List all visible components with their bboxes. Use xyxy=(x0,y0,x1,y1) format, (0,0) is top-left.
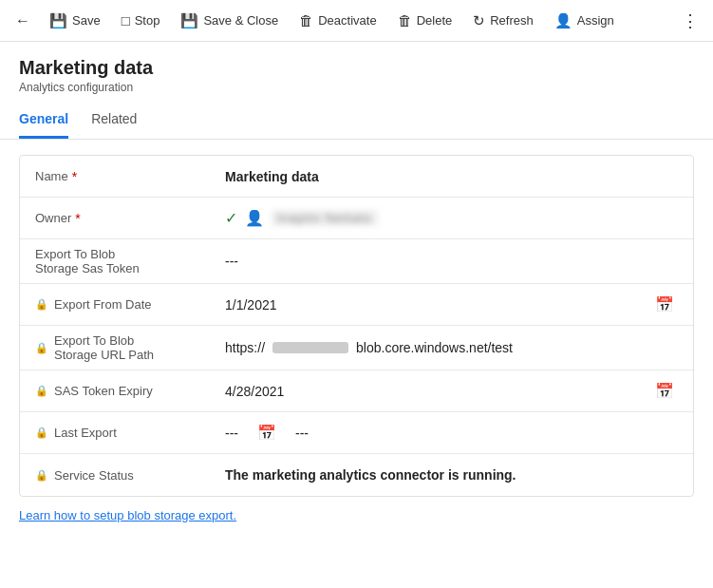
field-name-row: Name * Marketing data xyxy=(20,156,693,198)
save-button[interactable]: 💾 Save xyxy=(40,7,110,35)
stop-icon: □ xyxy=(122,12,130,28)
form-section: Name * Marketing data Owner * ✓ 👤 Inapti… xyxy=(19,155,694,497)
field-owner-label: Owner * xyxy=(35,211,225,226)
stop-button[interactable]: □ Stop xyxy=(112,7,170,34)
last-export-value2: --- xyxy=(295,426,309,441)
owner-person-icon: 👤 xyxy=(245,209,264,227)
lock-icon-service-status: 🔒 xyxy=(35,469,48,482)
field-sas-expiry-value: 4/28/2021 xyxy=(225,384,651,399)
field-export-from-date-label: 🔒 Export From Date xyxy=(35,297,225,312)
field-export-url-value: https://blob.core.windows.net/test xyxy=(225,340,678,355)
save-close-icon: 💾 xyxy=(180,12,198,29)
tab-related[interactable]: Related xyxy=(91,105,137,139)
refresh-button[interactable]: ↻ Refresh xyxy=(463,7,543,35)
field-sas-token-row: Export To BlobStorage Sas Token --- xyxy=(20,239,693,284)
assign-button[interactable]: 👤 Assign xyxy=(545,7,624,35)
owner-name-blurred: Inaptin Nettato xyxy=(272,210,378,226)
save-close-button[interactable]: 💾 Save & Close xyxy=(171,7,288,35)
field-export-url-row: 🔒 Export To BlobStorage URL Path https:/… xyxy=(20,326,693,370)
field-service-status-label: 🔒 Service Status xyxy=(35,468,225,483)
delete-button[interactable]: 🗑 Delete xyxy=(388,7,462,34)
field-sas-token-label: Export To BlobStorage Sas Token xyxy=(35,247,225,275)
deactivate-button[interactable]: 🗑 Deactivate xyxy=(290,7,385,34)
page-subtitle: Analytics configuration xyxy=(19,81,694,94)
field-export-from-date-row: 🔒 Export From Date 1/1/2021 📅 xyxy=(20,284,693,326)
field-export-url-label: 🔒 Export To BlobStorage URL Path xyxy=(35,333,225,362)
refresh-icon: ↻ xyxy=(473,12,485,29)
calendar-icon-sas-expiry[interactable]: 📅 xyxy=(651,380,678,402)
field-sas-token-value: --- xyxy=(225,254,678,269)
footer-link-container: Learn how to setup blob storage export. xyxy=(19,497,694,538)
field-last-export-row: 🔒 Last Export --- 📅 --- xyxy=(20,412,693,454)
tabs: General Related xyxy=(0,94,713,140)
lock-icon-export-from: 🔒 xyxy=(35,298,48,311)
lock-icon-sas-expiry: 🔒 xyxy=(35,385,48,397)
lock-icon-export-url: 🔒 xyxy=(35,342,48,354)
owner-check-icon: ✓ xyxy=(225,209,237,227)
deactivate-icon: 🗑 xyxy=(299,12,313,28)
field-export-from-date-value: 1/1/2021 xyxy=(225,297,651,313)
required-star-owner: * xyxy=(75,211,80,226)
field-service-status-row: 🔒 Service Status The marketing analytics… xyxy=(20,454,693,496)
save-icon: 💾 xyxy=(49,12,67,29)
tab-general[interactable]: General xyxy=(19,105,68,139)
field-sas-expiry-row: 🔒 SAS Token Expiry 4/28/2021 📅 xyxy=(20,370,693,412)
field-name-label: Name * xyxy=(35,169,225,184)
page-header: Marketing data Analytics configuration xyxy=(0,42,713,94)
field-owner-row: Owner * ✓ 👤 Inaptin Nettato xyxy=(20,198,693,239)
assign-icon: 👤 xyxy=(554,12,572,29)
lock-icon-last-export: 🔒 xyxy=(35,427,48,439)
last-export-value1: --- xyxy=(225,426,238,441)
field-last-export-label: 🔒 Last Export xyxy=(35,426,225,440)
form-content: Name * Marketing data Owner * ✓ 👤 Inapti… xyxy=(0,140,713,564)
calendar-icon-last-export[interactable]: 📅 xyxy=(253,422,280,444)
page-title: Marketing data xyxy=(19,57,694,79)
required-star-name: * xyxy=(72,169,77,184)
field-last-export-value: --- 📅 --- xyxy=(225,422,678,444)
delete-icon: 🗑 xyxy=(398,12,412,28)
toolbar: ← 💾 Save □ Stop 💾 Save & Close 🗑 Deactiv… xyxy=(0,0,713,42)
field-sas-expiry-label: 🔒 SAS Token Expiry xyxy=(35,384,225,398)
back-button[interactable]: ← xyxy=(8,6,38,36)
field-name-value: Marketing data xyxy=(225,169,678,184)
field-owner-value: ✓ 👤 Inaptin Nettato xyxy=(225,209,678,227)
more-options-button[interactable]: ⋮ xyxy=(675,6,705,36)
calendar-icon-export-from[interactable]: 📅 xyxy=(651,294,678,315)
field-service-status-value: The marketing analytics connector is run… xyxy=(225,467,678,483)
setup-blob-link[interactable]: Learn how to setup blob storage export. xyxy=(19,508,236,522)
